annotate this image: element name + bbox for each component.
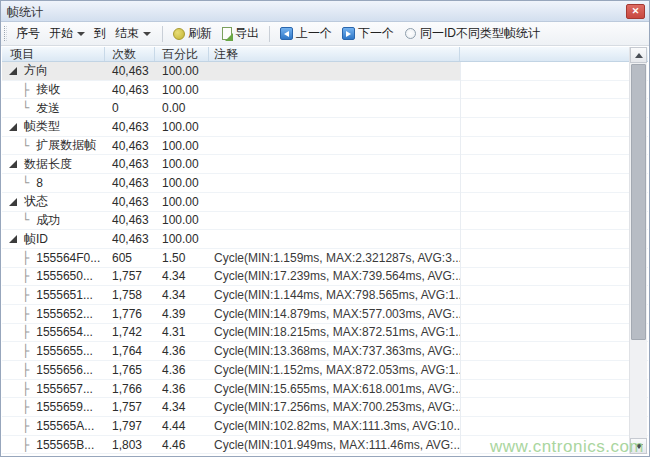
column-header-percent[interactable]: 百分比 (155, 47, 209, 61)
item-cell: ├155565A... (2, 417, 105, 435)
table-row[interactable]: 数据长度40,463100.00 (2, 155, 648, 174)
end-dropdown[interactable]: 结束 (112, 24, 154, 43)
table-row[interactable]: ├1555654...1,7424.31Cycle(MIN:18.215ms, … (2, 324, 648, 343)
count-cell: 40,463 (105, 155, 155, 173)
item-cell: └发送 (2, 99, 105, 117)
tree-expanded-icon[interactable] (9, 160, 17, 168)
comment-cell: Cycle(MIN:17.256ms, MAX:700.253ms, AVG:.… (209, 398, 460, 416)
table-row[interactable]: └扩展数据帧40,463100.00 (2, 137, 648, 156)
scroll-up-button[interactable] (630, 47, 647, 63)
titlebar[interactable]: 帧统计 ✕ (1, 1, 649, 22)
percent-cell: 4.31 (155, 324, 209, 342)
table-row[interactable]: └发送00.00 (2, 99, 648, 118)
toolbar-grip-handle[interactable] (4, 26, 7, 41)
tree-expanded-icon[interactable] (9, 123, 17, 131)
tree-expanded-icon[interactable] (9, 67, 17, 75)
tree-branch-icon: ├ (22, 289, 29, 301)
refresh-button[interactable]: 刷新 (171, 24, 214, 43)
percent-cell: 100.00 (155, 230, 209, 248)
table-row[interactable]: ├1555655...1,7644.36Cycle(MIN:13.368ms, … (2, 342, 648, 361)
column-header-filler (460, 47, 648, 61)
table-row[interactable]: └840,463100.00 (2, 174, 648, 193)
table-row[interactable]: 帧ID40,463100.00 (2, 230, 648, 249)
same-id-radio-label: 同一ID不同类型帧统计 (420, 25, 540, 42)
comment-cell (209, 212, 460, 230)
item-label: 1555650... (36, 269, 93, 283)
percent-cell: 1.50 (155, 249, 209, 267)
table-row[interactable]: ├1555657...1,7664.36Cycle(MIN:15.655ms, … (2, 380, 648, 399)
tree-branch-icon: └ (22, 214, 29, 226)
count-cell: 1,758 (105, 286, 155, 304)
export-button[interactable]: 导出 (220, 24, 261, 43)
table-row[interactable]: └成功40,463100.00 (2, 212, 648, 231)
same-id-radio[interactable]: 同一ID不同类型帧统计 (405, 25, 540, 42)
item-cell: ├1555659... (2, 398, 105, 416)
table-row[interactable]: ├1555650...1,7574.34Cycle(MIN:17.239ms, … (2, 268, 648, 287)
tree-expanded-icon[interactable] (9, 198, 17, 206)
comment-cell (209, 174, 460, 192)
column-edge-line (460, 62, 461, 454)
item-label: 1555659... (36, 400, 93, 414)
vertical-scrollbar[interactable] (629, 47, 647, 454)
item-cell: ├155564F0... (2, 249, 105, 267)
percent-cell: 100.00 (155, 155, 209, 173)
table-row[interactable]: ├1555651...1,7584.34Cycle(MIN:1.144ms, M… (2, 286, 648, 305)
comment-cell: Cycle(MIN:14.879ms, MAX:577.003ms, AVG:.… (209, 305, 460, 323)
item-cell: ├1555652... (2, 305, 105, 323)
count-cell: 40,463 (105, 62, 155, 80)
count-cell: 40,463 (105, 212, 155, 230)
table-row[interactable]: ├接收40,463100.00 (2, 81, 648, 100)
radio-icon (405, 28, 416, 39)
table-row[interactable]: 状态40,463100.00 (2, 193, 648, 212)
tree-expanded-icon[interactable] (9, 235, 17, 243)
column-header-comment[interactable]: 注释 (209, 47, 460, 61)
count-cell: 1,764 (105, 342, 155, 360)
previous-button[interactable]: 上一个 (278, 24, 334, 43)
table-row[interactable]: ├1555652...1,7764.39Cycle(MIN:14.879ms, … (2, 305, 648, 324)
comment-cell (209, 230, 460, 248)
toolbar-separator (269, 26, 270, 42)
count-cell: 1,757 (105, 398, 155, 416)
scroll-down-button[interactable] (630, 438, 647, 454)
percent-cell: 0.00 (155, 99, 209, 117)
column-header-count[interactable]: 次数 (105, 47, 155, 61)
serial-number-label: 序号 (16, 25, 40, 42)
tree-branch-icon: └ (22, 140, 29, 152)
column-header-item[interactable]: 项目 (2, 47, 105, 61)
next-button[interactable]: 下一个 (340, 24, 396, 43)
comment-cell: Cycle(MIN:13.368ms, MAX:737.363ms, AVG:.… (209, 342, 460, 360)
close-button[interactable]: ✕ (626, 4, 645, 19)
comment-cell: Cycle(MIN:101.949ms, MAX:111.46ms, AVG:.… (209, 436, 460, 454)
table-row[interactable]: ├155565A...1,7974.44Cycle(MIN:102.82ms, … (2, 417, 648, 436)
window-title: 帧统计 (7, 4, 43, 21)
item-cell: 状态 (2, 193, 105, 211)
item-cell: ├1555655... (2, 342, 105, 360)
table-row[interactable]: 帧类型40,463100.00 (2, 118, 648, 137)
tree-branch-icon: ├ (22, 401, 29, 413)
table-row[interactable]: ├155564F0...6051.50Cycle(MIN:1.159ms, MA… (2, 249, 648, 268)
tree-branch-icon: └ (22, 177, 29, 189)
frame-statistics-window: 帧统计 ✕ 序号 开始 到 结束 刷新 导出 上一个 (0, 0, 650, 457)
table-row[interactable]: 方向40,463100.00 (2, 62, 648, 81)
toolbar: 序号 开始 到 结束 刷新 导出 上一个 下一个 同一ID不 (1, 22, 649, 46)
close-icon: ✕ (632, 6, 640, 16)
percent-cell: 4.44 (155, 417, 209, 435)
item-label: 155565A... (36, 419, 94, 433)
refresh-icon (173, 28, 185, 40)
tree-branch-icon: ├ (22, 383, 29, 395)
item-cell: ├1555657... (2, 380, 105, 398)
item-label: 状态 (24, 193, 48, 210)
start-dropdown[interactable]: 开始 (46, 24, 88, 43)
tree-branch-icon: ├ (22, 84, 29, 96)
item-cell: └成功 (2, 212, 105, 230)
item-cell: ├1555651... (2, 286, 105, 304)
item-label: 方向 (24, 62, 48, 79)
scrollbar-thumb[interactable] (631, 64, 646, 340)
tree-branch-icon: ├ (22, 420, 29, 432)
table-row[interactable]: ├1555659...1,7574.34Cycle(MIN:17.256ms, … (2, 398, 648, 417)
table-row[interactable]: ├155565B...1,8034.46Cycle(MIN:101.949ms,… (2, 436, 648, 455)
table-row[interactable]: ├1555656...1,7654.36Cycle(MIN:1.152ms, M… (2, 361, 648, 380)
tree-branch-icon: ├ (22, 270, 29, 282)
count-cell: 1,766 (105, 380, 155, 398)
tree-branch-icon: ├ (22, 345, 29, 357)
